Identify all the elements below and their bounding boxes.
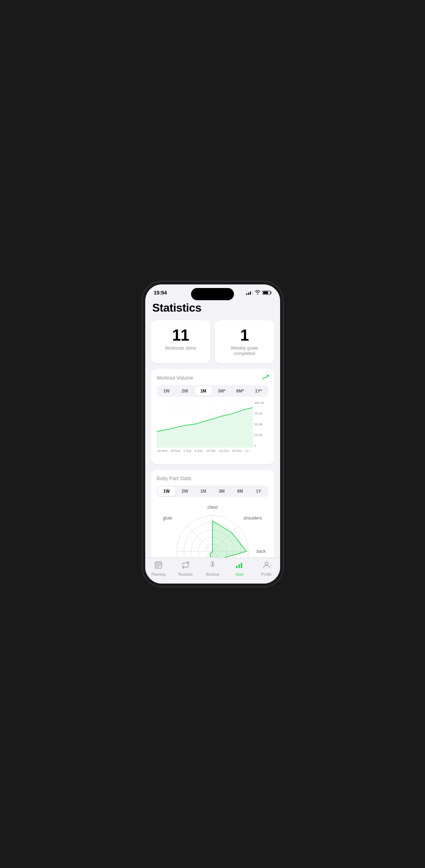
- label-chest: chest: [207, 505, 218, 510]
- svg-rect-33: [158, 565, 159, 566]
- tab-bar: Planning Routines: [145, 557, 280, 584]
- tab-planning[interactable]: Planning: [148, 561, 169, 576]
- planning-icon: [154, 561, 163, 571]
- status-time: 15:54: [154, 289, 167, 296]
- main-content: Statistics 11 Workouts done 1 Weekly goa…: [145, 297, 280, 584]
- chart-title: Workout Volume: [157, 375, 193, 381]
- y-label-25k: 25.0K: [254, 433, 269, 437]
- body-period-tabs: 1W 2W 1M 3M 6M 1Y: [157, 486, 269, 497]
- chart-header: Workout Volume: [157, 375, 269, 381]
- stats-row: 11 Workouts done 1 Weekly goals complete…: [151, 320, 274, 363]
- profile-label: Profile: [262, 572, 272, 576]
- body-tab-6m[interactable]: 6M: [231, 487, 249, 496]
- x-label-24nov: 24 Nov: [157, 449, 168, 453]
- body-tab-1y[interactable]: 1Y: [250, 487, 268, 496]
- y-label-100k: 100.0K: [254, 401, 269, 405]
- period-tab-6m[interactable]: 6M*: [231, 386, 249, 396]
- tab-workout[interactable]: Workout: [202, 561, 223, 576]
- phone-screen: 15:54: [145, 284, 280, 584]
- weekly-goals-label: Weekly goals completed: [220, 345, 269, 356]
- period-tab-3m[interactable]: 3M*: [213, 386, 231, 396]
- routines-label: Routines: [179, 572, 192, 576]
- battery-indicator: [263, 291, 272, 295]
- page-title: Statistics: [151, 297, 274, 320]
- svg-line-26: [187, 526, 212, 551]
- stats-icon: [235, 561, 244, 571]
- svg-rect-38: [236, 566, 238, 568]
- line-chart-container: 100.0K 75.0K 50.0K 25.0K 0 24 Nov 28 Nov…: [157, 401, 269, 458]
- body-tab-3m[interactable]: 3M: [213, 487, 231, 496]
- label-back: back: [257, 549, 265, 554]
- phone-frame: 15:54: [142, 282, 283, 586]
- x-label-10dec: 10 Dec: [206, 449, 216, 453]
- period-tab-1w[interactable]: 1W: [158, 386, 176, 396]
- x-label-6dec: 6 Dec: [195, 449, 203, 453]
- weekly-goals-card: 1 Weekly goals completed: [215, 320, 274, 363]
- tab-profile[interactable]: Profile: [256, 561, 277, 576]
- x-label-28nov: 28 Nov: [170, 449, 181, 453]
- dynamic-island: [191, 288, 234, 300]
- body-tab-1w[interactable]: 1W: [158, 487, 176, 496]
- period-tab-1m[interactable]: 1M: [195, 386, 212, 396]
- tab-routines[interactable]: Routines: [175, 561, 196, 576]
- svg-rect-35: [156, 566, 157, 567]
- svg-rect-34: [160, 565, 161, 566]
- svg-point-41: [265, 562, 268, 565]
- body-tab-2w[interactable]: 2W: [176, 487, 194, 496]
- profile-icon: [262, 561, 271, 571]
- body-stats-title: Body Part Stats: [157, 476, 269, 481]
- workouts-label: Workouts done: [157, 345, 205, 351]
- label-glute: glute: [163, 516, 172, 521]
- svg-rect-40: [241, 563, 242, 568]
- y-label-0: 0: [254, 444, 269, 448]
- weekly-goals-number: 1: [220, 327, 269, 343]
- workout-volume-card: Workout Volume 1W 2W 1M 3M* 6M* 1Y: [151, 369, 274, 464]
- y-label-75k: 75.0K: [254, 412, 269, 415]
- svg-rect-36: [158, 566, 159, 567]
- volume-period-tabs: 1W 2W 1M 3M* 6M* 1Y*: [157, 385, 269, 397]
- x-label-14dec: 14 Dec: [219, 449, 229, 453]
- x-label-18dec: 18 Dec: [232, 449, 242, 453]
- workouts-done-card: 11 Workouts done: [151, 320, 211, 363]
- x-label-22: 22...: [245, 449, 251, 453]
- workout-icon: [208, 561, 217, 571]
- planning-label: Planning: [152, 572, 166, 576]
- tab-stats[interactable]: Stats: [229, 561, 250, 576]
- status-icons: [246, 290, 272, 296]
- routines-icon: [181, 561, 190, 571]
- svg-rect-2: [263, 291, 268, 294]
- stats-label: Stats: [235, 572, 244, 576]
- label-shoulders: shoulders: [243, 516, 262, 521]
- period-tab-2w[interactable]: 2W: [176, 386, 194, 396]
- x-label-2dec: 2 Dec: [184, 449, 192, 453]
- body-tab-1m[interactable]: 1M: [195, 487, 212, 496]
- svg-rect-39: [239, 564, 240, 568]
- chart-trend-icon: [262, 375, 269, 381]
- wifi-icon: [255, 290, 260, 296]
- period-tab-1y[interactable]: 1Y*: [250, 386, 268, 396]
- workout-label: Workout: [206, 572, 219, 576]
- svg-rect-32: [156, 565, 157, 566]
- line-chart-svg: [157, 401, 253, 448]
- signal-bars: [246, 291, 253, 295]
- y-label-50k: 50.0K: [254, 423, 269, 426]
- workouts-number: 11: [157, 327, 205, 343]
- svg-rect-1: [270, 292, 271, 293]
